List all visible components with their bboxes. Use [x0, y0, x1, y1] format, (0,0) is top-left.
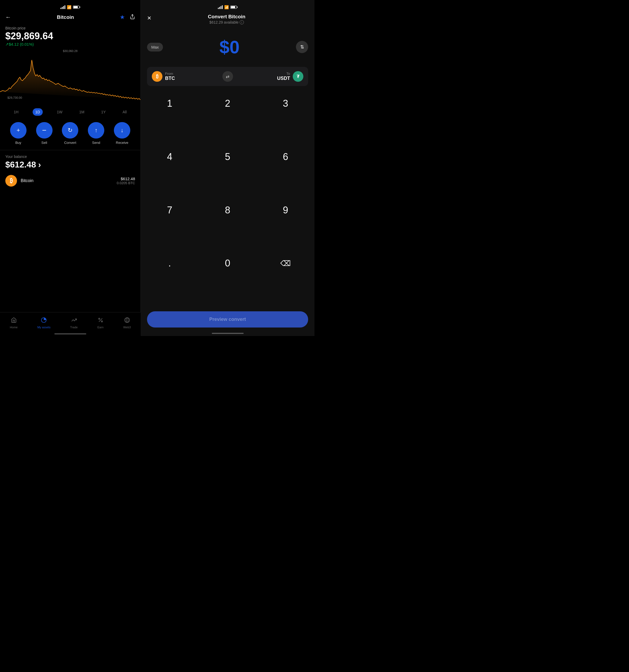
receive-button[interactable]: ↓	[114, 122, 130, 139]
from-currency: BTC	[165, 76, 175, 81]
numpad-4[interactable]: 4	[141, 146, 198, 167]
buy-label: Buy	[16, 141, 21, 145]
wifi-icon: 📶	[67, 5, 71, 9]
asset-name: Bitcoin	[21, 178, 113, 183]
numpad-1[interactable]: 1	[141, 93, 198, 114]
left-header: ← Bitcoin ★	[0, 12, 140, 24]
numpad-3[interactable]: 3	[257, 93, 314, 114]
price-change: ↗$4.12 (0.01%)	[5, 42, 135, 47]
time-filter-all[interactable]: All	[120, 108, 129, 116]
numpad-6[interactable]: 6	[257, 146, 314, 167]
nav-web3-label: Web3	[123, 326, 131, 329]
numpad-backspace[interactable]: ⌫	[257, 253, 314, 274]
price-chart: $30,060.28 $29,730.00	[0, 47, 140, 105]
left-panel: 📶 ← Bitcoin ★ Bitcoin price $29,869.64 ↗…	[0, 0, 141, 336]
asset-icon-btc: ₿	[5, 175, 17, 187]
send-button-wrap: ↑ Send	[88, 122, 104, 145]
from-to-panel: ₿ From BTC ⇄ To USDT ₮	[147, 67, 308, 86]
page-title: Bitcoin	[57, 14, 74, 20]
home-indicator-bar	[212, 333, 244, 334]
to-section[interactable]: To USDT ₮	[233, 71, 304, 82]
numpad-0[interactable]: 0	[198, 253, 257, 274]
from-info: From BTC	[165, 72, 175, 81]
receive-button-wrap: ↓ Receive	[114, 122, 130, 145]
sell-label: Sell	[41, 141, 47, 145]
nav-earn[interactable]: Earn	[97, 317, 103, 329]
info-icon[interactable]: i	[240, 20, 244, 24]
preview-convert-button[interactable]: Preview convert	[147, 311, 308, 328]
asset-amounts: $612.48 0.0205 BTC	[117, 176, 135, 185]
usdt-icon: ₮	[293, 71, 304, 82]
numpad-dot[interactable]: .	[141, 253, 198, 274]
buy-button[interactable]: +	[10, 122, 27, 139]
numpad-2[interactable]: 2	[198, 93, 257, 114]
send-label: Send	[92, 141, 100, 145]
earn-icon	[98, 317, 103, 325]
trade-icon	[71, 317, 77, 325]
time-filter-1d[interactable]: 1D	[33, 108, 43, 116]
available-amount: $612.29 available	[210, 20, 239, 24]
asset-row[interactable]: ₿ Bitcoin $612.48 0.0205 BTC	[0, 172, 140, 190]
to-currency: USDT	[277, 76, 290, 81]
nav-earn-label: Earn	[97, 326, 103, 329]
svg-point-6	[126, 317, 128, 322]
right-home-indicator	[141, 333, 314, 336]
max-button[interactable]: Max	[147, 43, 163, 51]
nav-my-assets-label: My assets	[38, 326, 51, 329]
numpad-9[interactable]: 9	[257, 199, 314, 221]
swap-currency-button[interactable]: ⇅	[296, 41, 308, 53]
swap-pair-icon: ⇄	[226, 74, 229, 79]
right-signal-icon	[218, 5, 223, 9]
convert-button[interactable]: ↻	[62, 122, 78, 139]
share-button[interactable]	[130, 14, 135, 21]
nav-trade-label: Trade	[70, 326, 77, 329]
svg-point-4	[101, 320, 102, 322]
sell-button[interactable]: −	[36, 122, 52, 139]
backspace-icon: ⌫	[280, 259, 291, 268]
to-label: To	[277, 72, 290, 76]
right-battery-icon	[231, 5, 238, 9]
my-assets-icon	[41, 317, 47, 325]
send-button[interactable]: ↑	[88, 122, 104, 139]
nav-home[interactable]: Home	[10, 317, 18, 329]
time-filter-1h[interactable]: 1H	[11, 108, 21, 116]
svg-point-3	[98, 318, 100, 319]
buy-icon: +	[17, 127, 20, 134]
battery-icon	[73, 5, 80, 9]
balance-section: Your balance $612.48 ›	[0, 153, 140, 172]
price-section: Bitcoin price $29,869.64 ↗$4.12 (0.01%)	[0, 24, 140, 47]
balance-label: Your balance	[5, 154, 135, 159]
chart-low-label: $29,730.00	[7, 96, 22, 99]
nav-my-assets[interactable]: My assets	[38, 317, 51, 329]
time-filters: 1H 1D 1W 1M 1Y All	[0, 106, 140, 118]
convert-subtitle: $612.29 available i	[151, 20, 302, 24]
back-button[interactable]: ←	[5, 14, 11, 21]
numpad-5[interactable]: 5	[198, 146, 257, 167]
right-header: ✕ Convert Bitcoin $612.29 available i	[141, 12, 314, 29]
header-icons: ★	[120, 14, 135, 21]
left-status-bar: 📶	[0, 0, 140, 12]
numpad-7[interactable]: 7	[141, 199, 198, 221]
numpad-8[interactable]: 8	[198, 199, 257, 221]
chart-high-label: $30,060.28	[63, 49, 77, 52]
right-header-center: Convert Bitcoin $612.29 available i	[151, 14, 302, 24]
nav-home-label: Home	[10, 326, 18, 329]
close-button[interactable]: ✕	[147, 15, 151, 21]
balance-value-row[interactable]: $612.48 ›	[5, 160, 135, 170]
balance-amount: $612.48	[5, 160, 36, 170]
home-icon	[11, 317, 17, 325]
asset-usd-value: $612.48	[117, 176, 135, 181]
convert-icon: ↻	[68, 127, 72, 134]
btc-icon: ₿	[152, 71, 163, 82]
time-filter-1m[interactable]: 1M	[76, 108, 87, 116]
favorite-button[interactable]: ★	[120, 14, 125, 21]
price-change-value: ↗$4.12 (0.01%)	[5, 42, 34, 47]
swap-pair-button[interactable]: ⇄	[222, 71, 233, 82]
nav-trade[interactable]: Trade	[70, 317, 77, 329]
chart-svg	[0, 49, 140, 102]
right-panel: 📶 ✕ Convert Bitcoin $612.29 available i …	[141, 0, 314, 336]
time-filter-1w[interactable]: 1W	[54, 108, 65, 116]
time-filter-1y[interactable]: 1Y	[98, 108, 108, 116]
from-section[interactable]: ₿ From BTC	[152, 71, 222, 82]
nav-web3[interactable]: Web3	[123, 317, 131, 329]
